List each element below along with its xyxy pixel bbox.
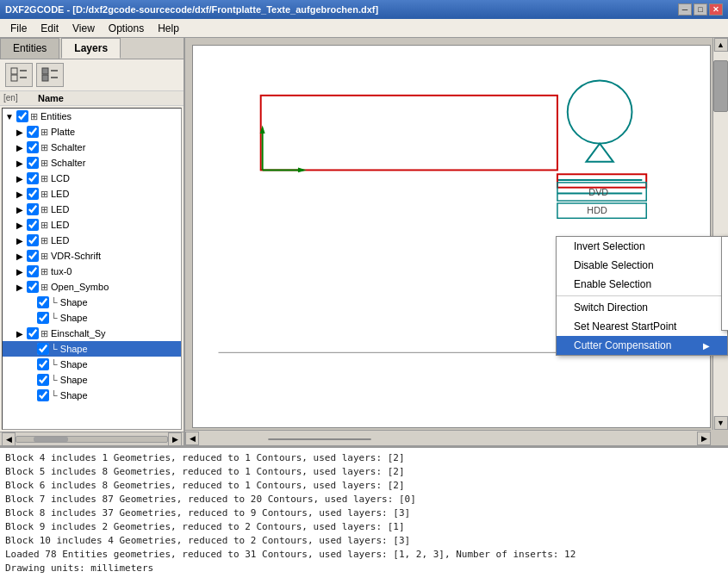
canvas-vscroll[interactable]: ▲ ▼: [712, 38, 728, 430]
canvas-hscroll-right[interactable]: ▶: [697, 432, 711, 445]
ctx-disable-selection[interactable]: Disable Selection: [557, 256, 727, 275]
tree-expander[interactable]: ▶: [15, 174, 25, 183]
grid-icon: ⊞: [40, 142, 48, 153]
tree-label: LED: [51, 220, 179, 230]
submenu-g40[interactable]: ✓ G40 No Compensation: [722, 237, 728, 268]
menu-view[interactable]: View: [65, 21, 102, 36]
tree-checkbox[interactable]: [27, 141, 39, 153]
tree-expander[interactable]: ▶: [15, 143, 25, 152]
minimize-button[interactable]: ─: [678, 3, 692, 16]
maximize-button[interactable]: □: [694, 3, 707, 16]
tab-entities[interactable]: Entities: [0, 38, 59, 59]
tree-checkbox[interactable]: [16, 110, 28, 122]
hscroll-thumb[interactable]: [34, 437, 68, 442]
hscroll-track[interactable]: [16, 436, 168, 443]
tree-expander[interactable]: ▶: [15, 283, 25, 292]
menu-help[interactable]: Help: [151, 21, 186, 36]
tree-row[interactable]: ▶ ⊞ tux-0: [3, 264, 181, 279]
tree-expander[interactable]: ▶: [15, 236, 25, 245]
tree-row[interactable]: ▶ ⊞ Platte: [3, 124, 181, 140]
canvas-vscroll-up[interactable]: ▲: [714, 38, 728, 52]
ctx-switch-direction[interactable]: Switch Direction: [557, 298, 727, 317]
canvas-vscroll-down[interactable]: ▼: [714, 416, 728, 430]
tree-checkbox[interactable]: [37, 312, 49, 324]
tree-row[interactable]: ▶ ⊞ Schalter: [3, 140, 181, 155]
canvas-hscroll-left[interactable]: ◀: [185, 432, 199, 445]
tree-checkbox[interactable]: [27, 203, 39, 215]
tree-expander[interactable]: ▶: [15, 252, 25, 261]
tree-expander[interactable]: ▶: [15, 267, 25, 276]
svg-text:DVD: DVD: [588, 187, 608, 197]
hscroll-right-arrow[interactable]: ▶: [168, 432, 182, 446]
menu-file[interactable]: File: [3, 21, 34, 36]
canvas-vscroll-thumb[interactable]: [713, 60, 728, 112]
tree-row[interactable]: ▶ ⊞ VDR-Schrift: [3, 248, 181, 264]
tree-checkbox[interactable]: [37, 389, 49, 401]
canvas-vscroll-track[interactable]: [713, 52, 728, 416]
tab-layers[interactable]: Layers: [61, 38, 121, 59]
ctx-nearest-startpoint[interactable]: Set Nearest StartPoint: [557, 317, 727, 336]
tree-label: LED: [51, 204, 179, 214]
tree-row[interactable]: ▶ ⊞ Open_Symbo: [3, 279, 181, 295]
tree-row[interactable]: ▶ ⊞ LCD: [3, 171, 181, 186]
submenu-g42[interactable]: G42 Right Compensation: [722, 299, 728, 330]
ctx-invert-selection[interactable]: Invert Selection: [557, 237, 727, 256]
tree-row[interactable]: ▶ ⊞ LED: [3, 217, 181, 233]
menu-options[interactable]: Options: [102, 21, 151, 36]
tree-row[interactable]: ▶ ⊞ LED: [3, 233, 181, 248]
menu-edit[interactable]: Edit: [34, 21, 65, 36]
tree-container[interactable]: ▼ ⊞ Entities ▶ ⊞ Platte ▶ ⊞ Schalter: [2, 108, 182, 430]
tree-expander[interactable]: ▶: [15, 205, 25, 214]
tree-row[interactable]: └ Shape: [3, 388, 181, 403]
log-line: Block 5 includes 8 Geometries, reduced t…: [5, 465, 723, 479]
tree-checkbox[interactable]: [37, 343, 49, 355]
expand-all-button[interactable]: [5, 63, 33, 87]
tree-checkbox[interactable]: [27, 219, 39, 231]
tree-checkbox[interactable]: [27, 234, 39, 246]
close-button[interactable]: ✕: [709, 3, 723, 16]
tree-label: LCD: [51, 173, 179, 183]
log-line: Block 6 includes 8 Geometries, reduced t…: [5, 479, 723, 493]
collapse-all-button[interactable]: [36, 63, 64, 87]
tree-expander[interactable]: ▶: [15, 127, 25, 137]
tree-checkbox[interactable]: [37, 296, 49, 308]
shape-icon: └: [51, 297, 58, 308]
canvas-area[interactable]: DVD HDD: [185, 38, 728, 445]
tree-row[interactable]: ▶ ⊞ Schalter: [3, 155, 181, 171]
submenu-g41[interactable]: G41 Left Compensation: [722, 268, 728, 299]
ctx-cutter-compensation[interactable]: Cutter Compensation ▶: [557, 336, 727, 355]
tree-expander[interactable]: ▼: [4, 112, 15, 121]
canvas-hscroll[interactable]: ◀ ▶: [185, 430, 711, 445]
tree-row[interactable]: ▼ ⊞ Entities: [3, 109, 181, 124]
tree-row[interactable]: ▶ ⊞ LED: [3, 202, 181, 217]
tree-checkbox[interactable]: [27, 327, 39, 339]
tree-row-selected[interactable]: └ Shape: [3, 341, 181, 357]
tree-row[interactable]: ▶ ⊞ LED: [3, 186, 181, 202]
canvas-hscroll-thumb[interactable]: [268, 438, 371, 440]
tree-label: Shape: [60, 344, 179, 354]
tree-checkbox[interactable]: [27, 281, 39, 293]
tree-checkbox[interactable]: [37, 358, 49, 370]
hscroll-left-arrow[interactable]: ◀: [2, 432, 16, 446]
ctx-enable-selection[interactable]: Enable Selection: [557, 275, 727, 294]
tree-checkbox[interactable]: [27, 265, 39, 277]
tree-checkbox[interactable]: [27, 126, 39, 138]
tree-row[interactable]: └ Shape: [3, 357, 181, 372]
log-line: Block 8 includes 37 Geometries, reduced …: [5, 506, 723, 520]
tree-checkbox[interactable]: [37, 374, 49, 386]
tree-checkbox[interactable]: [27, 188, 39, 200]
tree-checkbox[interactable]: [27, 172, 39, 184]
tree-checkbox[interactable]: [27, 157, 39, 169]
tree-expander[interactable]: ▶: [15, 189, 25, 199]
tree-checkbox[interactable]: [27, 250, 39, 262]
tree-label: Shape: [60, 297, 179, 308]
tree-row[interactable]: └ Shape: [3, 310, 181, 326]
tree-row[interactable]: └ Shape: [3, 372, 181, 388]
tree-expander[interactable]: ▶: [15, 158, 25, 168]
tree-row[interactable]: ▶ ⊞ Einschalt_Sy: [3, 326, 181, 341]
tree-expander[interactable]: ▶: [15, 329, 25, 339]
tree-expander[interactable]: ▶: [15, 221, 25, 230]
shape-icon: └: [51, 359, 58, 370]
tree-row[interactable]: └ Shape: [3, 295, 181, 310]
tree-hscroll[interactable]: ◀ ▶: [0, 432, 184, 445]
